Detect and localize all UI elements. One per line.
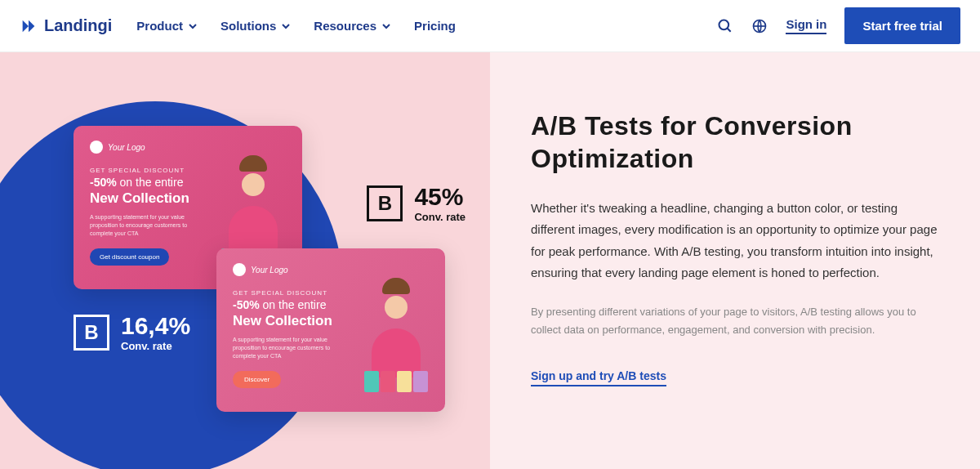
chevron-down-icon xyxy=(188,21,198,31)
start-trial-button[interactable]: Start free trial xyxy=(844,7,960,44)
preview-cta-orange: Discover xyxy=(233,371,281,388)
signup-ab-tests-link[interactable]: Sign up and try A/B tests xyxy=(531,369,666,386)
hero-title: A/B Tests for Conversion Optimization xyxy=(531,109,939,175)
hero-paragraph-2: By presenting different variations of yo… xyxy=(531,303,939,339)
conversion-label: Conv. rate xyxy=(414,211,466,223)
hero-section: Your Logo GET SPECIAL DISCOUNT -50% on t… xyxy=(0,52,980,469)
hero-paragraph-1: Whether it's tweaking a headline, changi… xyxy=(531,198,939,284)
nav-pricing[interactable]: Pricing xyxy=(414,19,456,33)
preview-subtext: A supporting statement for your value pr… xyxy=(233,336,331,360)
language-button[interactable] xyxy=(751,18,768,34)
variant-badge-left: B 16,4% Conv. rate xyxy=(74,312,190,352)
person-illustration xyxy=(355,273,437,404)
header: Landingi Product Solutions Resources Pri… xyxy=(0,0,980,52)
search-button[interactable] xyxy=(717,18,733,34)
nav-resources[interactable]: Resources xyxy=(314,19,391,33)
conversion-percent: 16,4% xyxy=(121,312,190,340)
logo-text: Landingi xyxy=(44,16,112,35)
nav-product[interactable]: Product xyxy=(136,19,198,33)
search-icon xyxy=(717,18,733,34)
logo-icon xyxy=(20,17,38,35)
hero-content: A/B Tests for Conversion Optimization Wh… xyxy=(490,52,980,469)
preview-subtext: A supporting statement for your value pr… xyxy=(90,213,188,237)
preview-card-b: Your Logo GET SPECIAL DISCOUNT -50% on t… xyxy=(216,248,445,412)
svg-line-1 xyxy=(728,28,731,31)
chevron-down-icon xyxy=(381,21,391,31)
logo[interactable]: Landingi xyxy=(20,16,112,35)
chevron-down-icon xyxy=(281,21,291,31)
conversion-label: Conv. rate xyxy=(121,340,190,352)
conversion-percent: 45% xyxy=(414,183,466,211)
header-right: Sign in Start free trial xyxy=(717,7,960,44)
globe-icon xyxy=(751,18,768,34)
nav-solutions[interactable]: Solutions xyxy=(220,19,291,33)
variant-badge-top: B 45% Conv. rate xyxy=(367,183,466,223)
variant-letter: B xyxy=(367,185,403,221)
signin-link[interactable]: Sign in xyxy=(786,17,826,34)
preview-cta-blue: Get discount coupon xyxy=(90,248,169,266)
main-nav: Product Solutions Resources Pricing xyxy=(136,19,456,33)
variant-letter: B xyxy=(74,315,109,351)
svg-point-0 xyxy=(719,20,729,29)
hero-illustration: Your Logo GET SPECIAL DISCOUNT -50% on t… xyxy=(0,52,490,469)
